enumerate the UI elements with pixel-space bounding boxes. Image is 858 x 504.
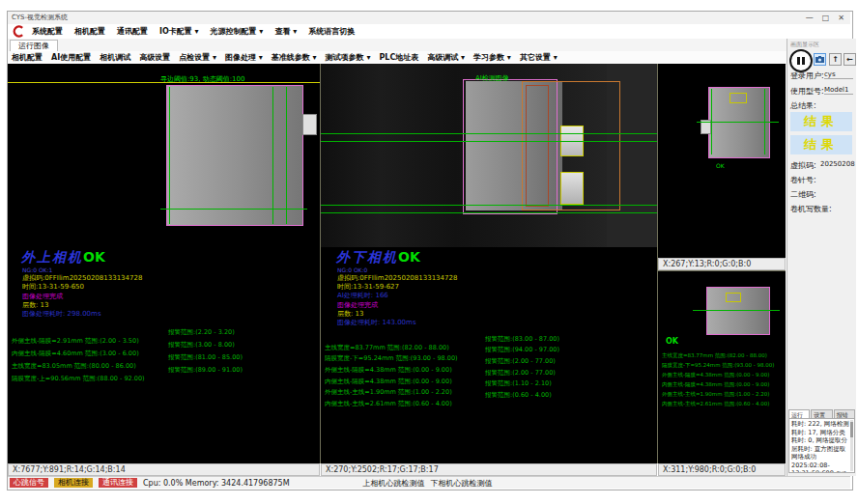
model-label: 使用型号: [790, 86, 824, 97]
measurement-value: 内侧主线-主线=2.61mm 范围:(0.60 - 4.00) [325, 400, 452, 407]
label-tag [729, 93, 747, 103]
pause-button[interactable] [789, 49, 813, 72]
virtual-code-label: 虚拟码: [790, 160, 816, 171]
result-ok: OK [398, 249, 420, 265]
alarm-range: 报警范围:(2.20 - 3.20) [168, 328, 235, 337]
menu-language-switch[interactable]: 系统语言切换 [308, 26, 355, 37]
close-button[interactable]: ✕ [838, 12, 844, 24]
qr-code-label: 二维码: [790, 189, 816, 200]
pixel-coords: X:7677;Y:891;R:14;G:14;B:14 [13, 465, 126, 474]
threshold-overlay-text: 寻边阈值:93, 动态阈值:100 [160, 74, 244, 84]
arrow-left-icon: ← [846, 55, 853, 64]
measure-line [693, 310, 780, 311]
log-box: 运行日志 设置日志 报错日志 耗时: 222, 网络检测耗时: 17, 网络分类… [788, 409, 855, 473]
login-user-field[interactable]: cys [824, 70, 853, 79]
edge-line [169, 87, 170, 224]
menu-view[interactable]: 查看 ▾ [274, 26, 297, 37]
comm-link-badge: 通讯连接 [99, 478, 137, 488]
needle-number-label: 卷针号: [790, 175, 816, 185]
maximize-button[interactable]: □ [822, 12, 830, 24]
measurement-value: 内侧主线-隔膜=4.38mm 范围:(0.00 - 9.00) [662, 381, 769, 388]
roi-box [526, 85, 549, 207]
result-ok: OK [83, 249, 105, 265]
camera-link-badge: 相机连接 [54, 478, 93, 488]
minimize-button[interactable]: — [806, 12, 814, 24]
measurement-value: 隔膜宽度-上=90.56mm 范围:(88.00 - 92.00) [12, 375, 145, 382]
tool-spot-check[interactable]: 点检设置 ▾ [179, 52, 216, 63]
cpu-memory-text: Cpu: 0.0% Memory: 3424.41796875M [143, 479, 290, 488]
model-field[interactable]: Model1 [824, 86, 853, 95]
window-title: CYS-视觉检测系统 [12, 14, 68, 21]
tool-other-settings[interactable]: 其它设置 ▾ [520, 52, 558, 63]
detected-feature [560, 172, 584, 205]
result-ok: OK [666, 337, 678, 346]
pixel-coords: X:270;Y:2502;R:17;G:17;B:17 [326, 465, 439, 474]
menu-io-config[interactable]: IO卡配置 ▾ [159, 26, 199, 37]
connector-tab [302, 114, 317, 135]
alarm-range: 报警范围:(89.00 - 91.00) [168, 366, 243, 375]
scrollbar-thumb[interactable] [850, 422, 853, 437]
title-bar: CYS-视觉检测系统 — □ ✕ [8, 12, 850, 24]
heartbeat-badge: 心跳信号 [10, 478, 48, 488]
tool-camera-debug[interactable]: 相机调试 [100, 52, 130, 63]
tool-learning-params[interactable]: 学习参数 ▾ [473, 52, 511, 63]
measurement-value: 外侧主线-主线=1.90mm 范围:(1.00 - 2.20) [662, 391, 769, 398]
panel-up-button[interactable]: ↑ [829, 53, 842, 66]
center-coords-strip: X:270;Y:2502;R:17;G:17;B:17 [321, 463, 657, 476]
alarm-range: 报警范围:(81.00 - 85.00) [168, 353, 243, 362]
tool-plc-address[interactable]: PLC地址表 [379, 52, 418, 63]
cam-up-heartbeat-text: 上相机心跳检测值 [363, 478, 425, 489]
tool-advanced-settings[interactable]: 高级设置 [139, 52, 170, 63]
tool-camera-config[interactable]: 相机配置 [12, 52, 43, 63]
menu-light-config[interactable]: 光源控制配置 ▾ [211, 26, 264, 37]
alarm-range: 报警范围:(3.00 - 8.00) [168, 341, 235, 350]
tool-test-params[interactable]: 测试项参数 ▾ [326, 52, 371, 63]
log-content[interactable]: 耗时: 222, 网络检测耗时: 17, 网络分类耗时: 0, 网络提取分层耗时… [788, 418, 855, 473]
measurement-value: 隔膜宽度-下=95.24mm 范围:(93.00 - 98.00) [662, 362, 774, 369]
write-count-label: 卷机写数量: [790, 204, 832, 214]
right-top-camera-view[interactable]: OK [658, 64, 786, 258]
menu-system-config[interactable]: 系统配置 [32, 26, 63, 37]
measurement-value: 外侧主线-隔膜=4.38mm 范围:(0.00 - 9.00) [662, 372, 769, 378]
pause-icon [797, 57, 800, 65]
ai-image-label: AI检测图像 [475, 73, 509, 83]
center-camera-view[interactable]: AI检测图像 外下相机OK NG:0 OK:0 虚拟码:0FFIlim20250… [321, 64, 658, 463]
left-coords-strip: X:7677;Y:891;R:14;G:14;B:14 [8, 463, 320, 476]
ng-ok-counters: NG:0 OK:1 [22, 266, 52, 273]
menu-camera-config[interactable]: 相机配置 [74, 26, 105, 37]
tool-image-processing[interactable]: 图像处理 ▾ [225, 52, 263, 63]
camera-icon [815, 56, 824, 63]
measurement-value: 内侧主线-主线=2.61mm 范围:(0.60 - 4.00) [662, 401, 769, 407]
tool-baseline-params[interactable]: 基准线参数 ▾ [272, 52, 317, 63]
alarm-range: 报警范围:(2.00 - 77.00) [485, 357, 556, 366]
panel-collapse-button[interactable]: ← [844, 53, 856, 66]
alarm-range: 报警范围:(2.00 - 77.00) [485, 369, 556, 378]
elapsed-text: 图像处理耗时: 143.00ms [337, 318, 416, 327]
measurement-value: 主线宽度=83.77mm 范围:(82.00 - 88.00) [662, 352, 767, 359]
right-top-coords-strip: X:267;Y:13;R:0;G:0;B:0 [658, 258, 786, 270]
measurement-row: 内侧主线-主线=2.61mm 范围:(0.60 - 4.00) 报警范围:(0.… [325, 391, 657, 409]
measure-line [697, 122, 779, 123]
left-camera-view[interactable]: 寻边阈值:93, 动态阈值:100 外上相机OK NG:0 OK:1 虚拟码:0… [8, 64, 321, 463]
measurement-row: 隔膜宽度-上=90.56mm 范围:(88.00 - 92.00) 报警范围:(… [12, 366, 320, 384]
result-ok: OK [716, 162, 725, 169]
result-box-2: 结果 [790, 135, 852, 154]
tool-advanced-debug[interactable]: 高级调试 ▾ [427, 52, 465, 63]
panel-caption: 画面显示区 [790, 41, 819, 49]
label-tag [726, 293, 741, 302]
edge-line [286, 87, 287, 224]
product-image [166, 85, 303, 226]
result-box-1: 结果 [790, 112, 852, 131]
arrow-up-icon: ↑ [832, 55, 839, 64]
menu-bar: 系统配置 相机配置 通讯配置 IO卡配置 ▾ 光源控制配置 ▾ 查看 ▾ 系统语… [8, 24, 850, 39]
virtual-code-value: 20250208 [820, 160, 855, 168]
login-user-label: 登录用户: [790, 70, 824, 81]
tab-strip: 运行图像 [8, 39, 786, 52]
camera-result-title: 外上相机OK [21, 249, 105, 266]
alarm-range: 报警范围:(0.60 - 4.00) [485, 391, 552, 400]
tool-ai-config[interactable]: AI使用配置 [51, 52, 91, 63]
log-scrollbar[interactable] [850, 420, 853, 471]
right-bottom-camera-view[interactable]: OK 主线宽度=83.77mm 范围:(82.00 - 88.00) 隔膜宽度-… [658, 270, 786, 464]
snapshot-button[interactable] [814, 53, 826, 66]
menu-comm-config[interactable]: 通讯配置 [117, 26, 148, 37]
